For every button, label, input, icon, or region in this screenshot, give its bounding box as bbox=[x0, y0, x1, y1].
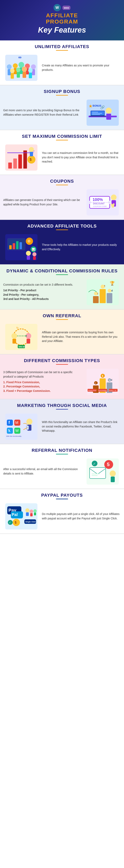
svg-text:🏆: 🏆 bbox=[110, 281, 115, 286]
title-underline-3 bbox=[56, 140, 68, 141]
section-referral-notification: REFERRAL NOTIFICATION After a successful… bbox=[0, 444, 124, 489]
svg-rect-59 bbox=[9, 245, 12, 249]
section-own-referral: OWN REFERRAL ↻ bbox=[0, 310, 124, 354]
svg-rect-144 bbox=[30, 513, 33, 516]
svg-text:⚙: ⚙ bbox=[27, 239, 31, 243]
svg-text:100%: 100% bbox=[93, 197, 103, 202]
svg-rect-34 bbox=[8, 162, 12, 168]
svg-rect-38 bbox=[7, 153, 33, 153]
svg-text:$: $ bbox=[15, 521, 17, 524]
content-row-6: Commission on products can be set in 3 d… bbox=[0, 277, 124, 309]
image-block-10: 5 ✓ bbox=[85, 459, 121, 485]
svg-point-132 bbox=[110, 470, 116, 476]
text-block-11: Do multiple payouts with just a single c… bbox=[42, 512, 121, 521]
list-item-6-1: 1st Priority - Per product bbox=[3, 288, 82, 293]
content-row-9: f 𝕏 M W bbox=[0, 411, 124, 444]
list-item-8-3: 3. Fixed + Percentage Commission. bbox=[3, 389, 82, 393]
logos-row: W woo bbox=[3, 4, 121, 11]
svg-text:Percentage: Percentage bbox=[98, 390, 107, 392]
section-title-11: PAYPAL PAYOUTS bbox=[2, 493, 122, 498]
svg-rect-61 bbox=[16, 241, 19, 249]
content-row-10: After a successful referral, an email wi… bbox=[0, 457, 124, 489]
svg-text:%: % bbox=[109, 379, 111, 381]
list-item-8-2: 2. Percentage Commission, bbox=[3, 384, 82, 389]
svg-rect-26 bbox=[90, 116, 106, 117]
text-block-9: With this functionality an Affiliate can… bbox=[42, 420, 121, 433]
title-underline-5 bbox=[56, 229, 68, 230]
text-block-6: Commission on products can be set in 3 d… bbox=[3, 283, 82, 301]
image-block-2: 🔗 ★ BONUS bbox=[85, 100, 121, 126]
svg-point-143 bbox=[30, 509, 33, 513]
section-text-4: Affiliates can generate Coupons of their… bbox=[3, 198, 82, 207]
section-text-2: Get more users to your site by providing… bbox=[3, 108, 82, 117]
text-block-10: After a successful referral, an email wi… bbox=[3, 467, 82, 476]
svg-point-11 bbox=[10, 69, 14, 73]
image-block-6: 1st 2nd 3rd 🏆 bbox=[85, 279, 121, 305]
svg-text:↻: ↻ bbox=[16, 326, 19, 330]
section-title-6: DYNAMIC & CONDITIONAL COMMISSION RULES bbox=[2, 268, 122, 274]
woo-logo-icon: woo bbox=[62, 6, 70, 10]
svg-rect-129 bbox=[90, 467, 106, 478]
section-text-7: Affiliate can generate commission by buy… bbox=[42, 330, 121, 343]
svg-rect-72 bbox=[100, 289, 106, 303]
section-title-bar-7: OWN REFERRAL bbox=[0, 310, 124, 322]
svg-point-3 bbox=[13, 63, 18, 68]
section-title-bar-6: DYNAMIC & CONDITIONAL COMMISSION RULES bbox=[0, 265, 124, 277]
svg-point-67 bbox=[26, 251, 31, 256]
illus-coupons: 100% DISCOUNT COUPON CODE bbox=[87, 189, 119, 215]
svg-point-141 bbox=[25, 508, 29, 513]
svg-text:f: f bbox=[8, 420, 10, 425]
svg-point-15 bbox=[22, 67, 27, 72]
image-block-1: ∞ bbox=[3, 55, 39, 81]
svg-text:M: M bbox=[15, 421, 18, 425]
list-item-8-1: 1. Fixed Price Commission, bbox=[3, 380, 82, 384]
svg-text:Fixed Price: Fixed Price bbox=[88, 390, 96, 392]
svg-text:✓: ✓ bbox=[93, 462, 96, 465]
svg-text:W: W bbox=[15, 429, 19, 433]
text-block-3: You can set a maximum commission limit f… bbox=[42, 151, 121, 164]
svg-point-13 bbox=[16, 68, 21, 72]
illus-notification: 5 ✓ bbox=[87, 459, 119, 485]
section-text-9: With this functionality an Affiliate can… bbox=[42, 420, 121, 433]
content-row-1: ∞ Create as many Affiliates as you want … bbox=[0, 53, 124, 85]
illus-signup: 🔗 ★ BONUS bbox=[87, 100, 119, 126]
text-block-7: Affiliate can generate commission by buy… bbox=[42, 330, 121, 343]
svg-rect-18 bbox=[29, 73, 32, 78]
svg-point-79 bbox=[108, 289, 111, 292]
svg-text:∞: ∞ bbox=[18, 55, 22, 60]
svg-text:📊: 📊 bbox=[32, 248, 35, 251]
section-title-9: MARKETING THROUGH SOCIAL MEDIA bbox=[2, 403, 122, 408]
svg-point-78 bbox=[101, 285, 105, 289]
section-title-bar-5: ADVANCED AFFILIATE TOOLS bbox=[0, 220, 124, 232]
section-title-bar-8: DIFFERENT COMMISSION TYPES bbox=[0, 354, 124, 367]
svg-text:COUPON CODE: COUPON CODE bbox=[93, 206, 107, 207]
illus-own-referral: ↻ WIN-WIN bbox=[5, 324, 37, 350]
image-block-9: f 𝕏 M W bbox=[3, 413, 39, 440]
text-block-4: Affiliates can generate Coupons of their… bbox=[3, 198, 82, 207]
svg-rect-131 bbox=[92, 475, 98, 476]
svg-rect-70 bbox=[33, 256, 36, 260]
svg-point-5 bbox=[19, 62, 24, 68]
list-item-6-3: 3rd and last Priority - All Products bbox=[3, 297, 82, 301]
svg-rect-28 bbox=[92, 113, 102, 114]
section-title-bar-2: SIGNUP BONUS bbox=[0, 85, 124, 98]
svg-rect-12 bbox=[11, 73, 14, 79]
svg-text:5: 5 bbox=[107, 462, 110, 467]
illus-paypal: Pay Pal Single Click $ bbox=[5, 503, 37, 529]
svg-text:Fixed + %: Fixed + % bbox=[109, 390, 116, 392]
svg-rect-88 bbox=[27, 339, 30, 344]
section-title-bar-1: UNLIMITED AFFILIATES bbox=[0, 40, 124, 53]
content-row-11: Pay Pal Single Click $ bbox=[0, 501, 124, 533]
svg-rect-74 bbox=[107, 293, 112, 303]
svg-rect-124 bbox=[27, 426, 28, 429]
svg-text:BONUS: BONUS bbox=[93, 104, 101, 107]
svg-rect-146 bbox=[34, 513, 36, 515]
section-title-8: DIFFERENT COMMISSION TYPES bbox=[2, 358, 122, 363]
title-underline-8 bbox=[56, 364, 68, 365]
content-row-4: Affiliates can generate Coupons of their… bbox=[0, 187, 124, 219]
svg-text:+: + bbox=[95, 382, 96, 384]
svg-point-17 bbox=[28, 68, 33, 73]
section-commission-types: DIFFERENT COMMISSION TYPES 3 Different t… bbox=[0, 354, 124, 399]
svg-point-42 bbox=[29, 147, 34, 152]
svg-rect-35 bbox=[13, 158, 17, 168]
